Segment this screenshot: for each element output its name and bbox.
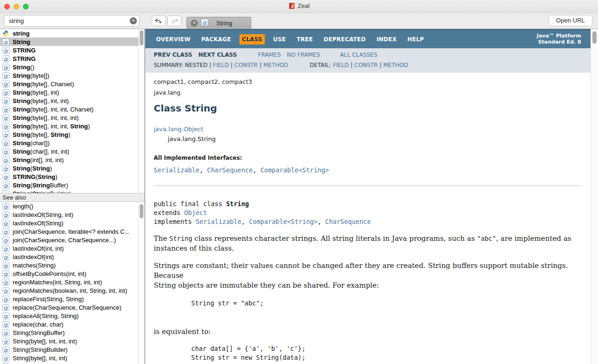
search-result-item[interactable]: STRING	[0, 54, 138, 63]
open-url-button[interactable]: Open URL	[549, 15, 592, 26]
java-icon	[2, 321, 9, 328]
clear-search-icon[interactable]: ✕	[130, 17, 137, 24]
see-also-label-text: lastIndexOf(int, int)	[13, 245, 64, 252]
search-result-item[interactable]: String(char[])	[0, 139, 138, 147]
search-result-item[interactable]: String(byte[], int, int)	[0, 97, 138, 105]
doc-link[interactable]: CharSequence	[207, 166, 253, 174]
search-result-item[interactable]: String(char[], int, int)	[0, 147, 138, 156]
search-result-item[interactable]: String(byte[], int)	[0, 88, 138, 97]
search-box[interactable]: ✕	[4, 15, 140, 27]
doc-scrollbar-track[interactable]	[591, 29, 598, 364]
close-tab-icon[interactable]: ✕	[191, 20, 198, 27]
see-also-scrollbar-thumb[interactable]	[140, 204, 143, 218]
search-result-item[interactable]: String(byte[], String)	[0, 130, 138, 139]
result-label: String(char[], int, int)	[13, 148, 69, 155]
see-also-label-text: String(byte[], int, int, int)	[13, 338, 77, 345]
topnav-item-deprecated[interactable]: DEPRECATED	[321, 34, 368, 45]
search-result-item[interactable]: STRING	[0, 46, 138, 54]
doc-link[interactable]: Object	[184, 209, 207, 216]
text-segment: )	[50, 165, 52, 172]
search-result-item[interactable]: STRING(String)	[0, 172, 138, 181]
see-also-item[interactable]: replaceAll(String, String)	[0, 312, 138, 320]
doc-link[interactable]: FIELD	[333, 62, 349, 68]
see-also-item[interactable]: matches(String)	[0, 261, 138, 269]
compact-profiles: compact1, compact2, compact3	[154, 78, 581, 85]
search-result-item[interactable]: String(byte[])	[0, 71, 138, 80]
doc-link[interactable]: FIELD	[213, 62, 229, 68]
see-also-item[interactable]: String(StringBuffer)	[0, 328, 138, 337]
subnav-all-classes[interactable]: ALL CLASSES	[340, 52, 377, 58]
topnav-item-class[interactable]: CLASS	[239, 34, 265, 45]
see-also-scrollbar-track[interactable]	[138, 202, 144, 364]
see-also-item[interactable]: regionMatches(boolean, int, String, int,…	[0, 286, 138, 295]
java-icon	[2, 203, 9, 210]
traffic-lights	[4, 4, 29, 9]
topnav-item-overview[interactable]: OVERVIEW	[154, 34, 193, 45]
subnav-frames[interactable]: FRAMES	[258, 52, 281, 58]
see-also-item[interactable]: String(byte[], int, int, int)	[0, 337, 138, 345]
see-also-item[interactable]: String(StringBuilder)	[0, 345, 138, 354]
search-result-item[interactable]: String(String)	[0, 164, 138, 172]
see-also-item[interactable]: length()	[0, 202, 138, 210]
doc-scrollbar-thumb[interactable]	[592, 31, 597, 44]
java-icon	[2, 47, 9, 54]
topnav-item-index[interactable]: INDEX	[374, 34, 399, 45]
text-segment: NESTED	[185, 62, 207, 68]
see-also-item[interactable]: lastIndexOf(String, int)	[0, 210, 138, 219]
java-icon	[2, 72, 9, 79]
doc-link[interactable]: CharSequence	[325, 218, 371, 225]
search-result-item[interactable]: String	[0, 37, 138, 46]
doc-link[interactable]: CONSTR	[354, 62, 378, 68]
see-also-item[interactable]: join(CharSequence, CharSequence...)	[0, 236, 138, 244]
see-also-item[interactable]: lastIndexOf(int, int)	[0, 244, 138, 253]
topnav-item-help[interactable]: HELP	[405, 34, 426, 45]
search-result-item[interactable]: String(StringBuffer)	[0, 181, 138, 189]
search-result-item[interactable]: String(byte[], int, int, String)	[0, 122, 138, 130]
see-also-item[interactable]: replace(CharSequence, CharSequence)	[0, 303, 138, 312]
forward-button[interactable]	[167, 15, 181, 26]
doc-link[interactable]: METHOD	[383, 62, 408, 68]
minimize-window-button[interactable]	[14, 4, 19, 9]
doc-link[interactable]: Comparable<String>	[261, 166, 329, 174]
doc-link[interactable]: CONSTR	[234, 62, 258, 68]
search-result-item[interactable]: String(byte[], int, int, Charset)	[0, 105, 138, 113]
search-result-item[interactable]: String(int[], int, int)	[0, 156, 138, 164]
search-result-item[interactable]: string	[0, 29, 138, 37]
java-icon	[2, 346, 9, 353]
subnav-prev-class[interactable]: PREV CLASS	[154, 52, 192, 58]
results-scrollbar-track[interactable]	[138, 29, 144, 193]
see-also-item[interactable]: lastIndexOf(int)	[0, 253, 138, 261]
see-also-item[interactable]: offsetByCodePoints(int, int)	[0, 269, 138, 278]
zoom-window-button[interactable]	[23, 4, 29, 9]
java-icon	[2, 131, 9, 138]
see-also-item[interactable]: lastIndexOf(String)	[0, 219, 138, 227]
text-segment: implements	[154, 218, 195, 225]
see-also-item[interactable]	[0, 362, 138, 364]
doc-link[interactable]: Comparable<String>	[249, 218, 317, 225]
doc-link[interactable]: Serializable	[154, 166, 200, 174]
see-also-item[interactable]: replaceFirst(String, String)	[0, 295, 138, 303]
search-result-item[interactable]: String(byte[], Charset)	[0, 80, 138, 88]
doc-link[interactable]: Serializable	[195, 218, 241, 225]
see-also-item[interactable]: replace(char, char)	[0, 320, 138, 328]
see-also-item[interactable]: join(CharSequence, Iterable<? extends C.…	[0, 227, 138, 236]
see-also-item[interactable]: String(byte[], int, int)	[0, 354, 138, 362]
back-button[interactable]	[152, 15, 166, 26]
see-also-item[interactable]: regionMatches(int, String, int, int)	[0, 278, 138, 286]
superclass-link[interactable]: java.lang.Object	[154, 126, 581, 133]
search-result-item[interactable]: String(StringBuilder)	[0, 189, 138, 193]
result-label: String(int[], int, int)	[13, 156, 64, 163]
close-window-button[interactable]	[4, 4, 10, 9]
results-scrollbar-thumb[interactable]	[140, 30, 143, 45]
topnav-item-tree[interactable]: TREE	[294, 34, 315, 45]
tab-string[interactable]: ✕ String	[187, 17, 251, 29]
subnav-no-frames[interactable]: NO FRAMES	[287, 52, 320, 58]
doc-link[interactable]: METHOD	[263, 62, 288, 68]
search-result-item[interactable]: String(byte[], int, int, int)	[0, 113, 138, 122]
search-input[interactable]	[8, 16, 125, 26]
topnav-item-use[interactable]: USE	[271, 34, 288, 45]
subnav-next-class[interactable]: NEXT CLASS	[198, 52, 237, 58]
result-label: String(byte[], int, int, String)	[13, 123, 90, 130]
topnav-item-package[interactable]: PACKAGE	[199, 34, 233, 45]
search-result-item[interactable]: String()	[0, 63, 138, 71]
